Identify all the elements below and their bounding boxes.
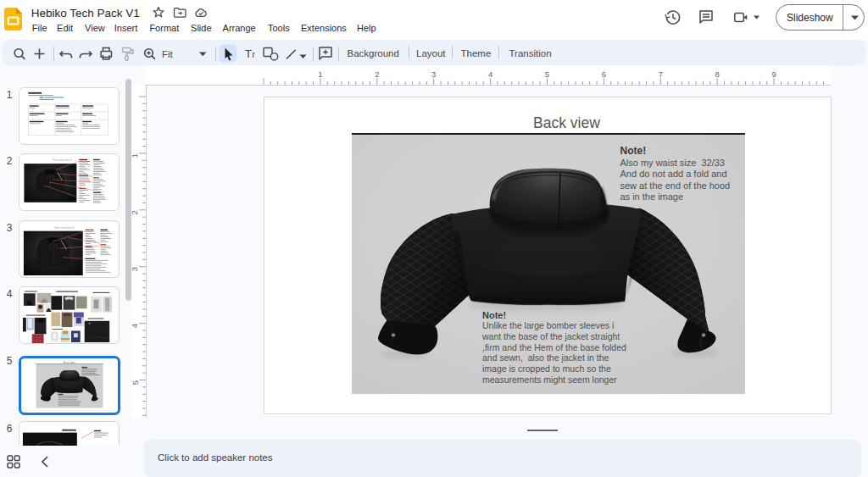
svg-text:6: 6 [602,69,606,79]
svg-text:3: 3 [431,69,436,79]
svg-text:8: 8 [715,69,720,79]
svg-text:4: 4 [488,69,492,79]
svg-text:3: 3 [131,267,140,271]
svg-text:Back view: Back view [63,360,75,363]
svg-text:2: 2 [375,69,379,79]
svg-text:Front view info V2: Front view info V2 [54,225,75,229]
svg-text:Fit: Fit [162,49,174,59]
svg-text:9: 9 [771,69,776,79]
svg-text:T: T [245,47,252,60]
svg-text:r: r [253,50,256,59]
svg-text:5: 5 [545,69,549,79]
svg-text:7: 7 [659,69,663,79]
svg-text:1: 1 [131,153,140,158]
svg-text:Front view info v1: Front view info v1 [53,158,72,162]
svg-text:1: 1 [318,69,322,79]
svg-text:2: 2 [131,210,140,214]
svg-text:5: 5 [131,380,140,385]
svg-text:4: 4 [131,324,140,328]
